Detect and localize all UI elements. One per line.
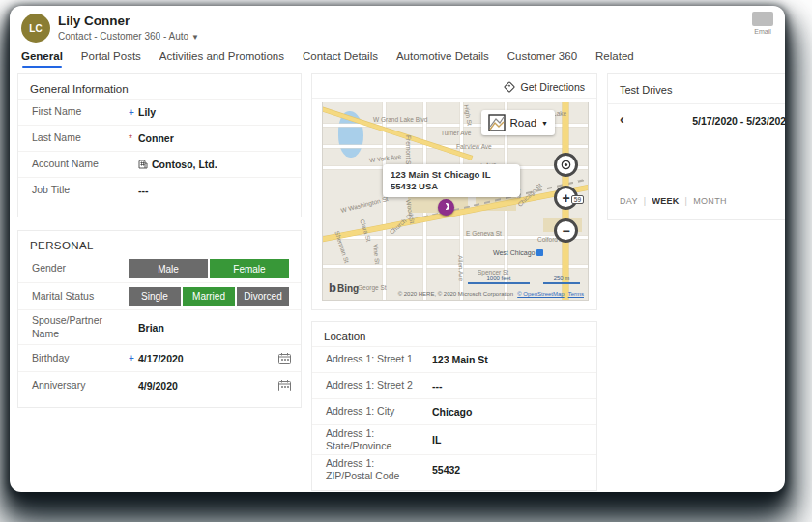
marital-option-single[interactable]: Single — [129, 287, 181, 306]
field-label: Spouse/Partner Name — [32, 314, 114, 339]
street-label: Allen Ave — [457, 255, 465, 281]
field-value[interactable]: Lily — [138, 106, 156, 118]
tab-bar: General Portal Posts Activities and Prom… — [21, 50, 634, 68]
calendar-icon[interactable] — [278, 353, 291, 364]
chevron-down-icon: ▼ — [191, 33, 199, 42]
map-card: Get Directions W Grand Lake Blvd E Gra — [311, 73, 597, 310]
calendar-icon[interactable] — [278, 380, 291, 392]
map-style-label: Road — [510, 117, 537, 129]
tab-related[interactable]: Related — [595, 50, 634, 68]
get-directions-button[interactable]: Get Directions — [504, 81, 585, 93]
record-form-selector[interactable]: Contact - Customer 360 - Auto▼ — [58, 31, 199, 42]
field-label: Address 1: City — [326, 405, 422, 418]
field-value[interactable]: --- — [432, 380, 443, 392]
zoom-out-button[interactable]: − — [554, 218, 578, 243]
field-last-name: Last Name * Conner — [18, 125, 301, 151]
bing-logo[interactable]: bBing — [329, 280, 359, 295]
field-street1: Address 1: Street 1 123 Main St — [312, 346, 596, 372]
street-label: High St — [463, 104, 474, 126]
field-label: Anniversary — [32, 379, 129, 392]
tab-automotive-details[interactable]: Automotive Details — [396, 50, 489, 68]
field-value: Contoso, Ltd. — [152, 159, 218, 170]
map-style-icon — [488, 114, 506, 131]
street-label: W Washington St — [340, 195, 389, 214]
field-value[interactable]: 55432 — [432, 464, 460, 476]
test-drives-card: Test Drives ‹ 5/17/2020 - 5/23/2020 DAY|… — [607, 73, 785, 220]
account-link[interactable]: Contoso, Ltd. — [138, 159, 218, 170]
section-title: Location — [312, 322, 596, 346]
chevron-down-icon: ▼ — [541, 120, 548, 127]
bing-map[interactable]: W Grand Lake Blvd E Grand Lake Turner Av… — [322, 102, 589, 301]
field-value[interactable]: 4/9/2020 — [138, 380, 178, 392]
street-label: George St — [358, 284, 387, 291]
gender-toggle: Male Female — [129, 259, 289, 278]
marital-status-toggle: Single Married Divorced — [129, 287, 289, 306]
required-mark: * — [129, 133, 138, 144]
field-value[interactable]: Brian — [138, 322, 164, 334]
app-window: LC Lily Conner Contact - Customer 360 - … — [10, 6, 785, 492]
recommended-mark: + — [129, 353, 138, 363]
field-zip: Address 1: ZIP/Postal Code 55432 — [312, 454, 596, 484]
map-road — [323, 145, 588, 148]
terms-link[interactable]: Terms — [568, 291, 584, 297]
map-pin — [438, 199, 454, 216]
field-label: Address 1: Street 1 — [326, 353, 422, 365]
locate-me-button[interactable] — [554, 153, 578, 177]
map-style-dropdown[interactable]: Road ▼ — [481, 110, 555, 135]
field-label: Account Name — [32, 158, 129, 170]
personal-card: PERSONAL Gender Male Female Marital Stat… — [17, 230, 302, 408]
osm-link[interactable]: © OpenStreetMap — [517, 291, 564, 297]
field-marital-status: Marital Status Single Married Divorced — [18, 282, 301, 309]
field-label: Marital Status — [32, 290, 129, 303]
street-label: Turner Ave — [441, 130, 471, 136]
field-birthday: Birthday + 4/17/2020 — [18, 344, 301, 371]
street-label: Vine St — [372, 244, 381, 264]
tab-portal-posts[interactable]: Portal Posts — [81, 50, 141, 68]
field-city: Address 1: City Chicago — [312, 398, 596, 424]
field-spouse: Spouse/Partner Name Brian — [18, 309, 301, 344]
view-week[interactable]: WEEK — [652, 196, 679, 206]
email-icon — [752, 12, 773, 26]
gender-option-female[interactable]: Female — [210, 259, 289, 278]
street-label: W Grand Lake Blvd — [373, 116, 427, 123]
field-label: Job Title — [32, 184, 129, 196]
map-tooltip: 123 Main St Chicago IL 55432 USA — [383, 164, 520, 197]
field-street2: Address 1: Street 2 --- — [312, 372, 596, 398]
street-label: E Geneva St — [466, 230, 502, 237]
field-state: Address 1: State/Province IL — [312, 424, 596, 454]
avatar: LC — [21, 14, 50, 43]
marital-option-divorced[interactable]: Divorced — [237, 287, 289, 306]
directions-icon — [504, 81, 515, 93]
view-day[interactable]: DAY — [620, 196, 638, 206]
station-label: West Chicago — [493, 249, 543, 256]
field-value[interactable]: Chicago — [432, 406, 472, 418]
street-label: Fremont St — [405, 135, 412, 166]
map-attribution: © 2020 HERE, © 2020 Microsoft Corporatio… — [398, 291, 584, 297]
view-month[interactable]: MONTH — [693, 196, 727, 206]
building-icon — [138, 160, 148, 169]
tab-contact-details[interactable]: Contact Details — [303, 50, 378, 68]
general-information-card: General Information First Name + Lily La… — [17, 73, 302, 218]
marital-option-married[interactable]: Married — [183, 287, 235, 306]
page-title: Lily Conner — [58, 14, 130, 28]
field-value[interactable]: IL — [432, 434, 441, 446]
email-widget[interactable]: Email — [746, 12, 779, 35]
tab-customer-360[interactable]: Customer 360 — [508, 50, 577, 68]
email-label: Email — [746, 28, 779, 35]
section-title: Test Drives — [608, 74, 785, 104]
field-first-name: First Name + Lily — [18, 99, 301, 125]
location-card: Location Address 1: Street 1 123 Main St… — [311, 321, 597, 491]
gender-option-male[interactable]: Male — [129, 259, 208, 278]
field-value[interactable]: Conner — [138, 132, 174, 144]
field-account-name: Account Name Contoso, Ltd. — [18, 151, 301, 177]
get-directions-label: Get Directions — [520, 81, 585, 93]
section-title: General Information — [18, 74, 301, 99]
field-label: Address 1: Street 2 — [326, 379, 422, 392]
field-value[interactable]: --- — [138, 185, 149, 196]
field-value[interactable]: 4/17/2020 — [138, 353, 184, 364]
recommended-mark: + — [129, 107, 138, 118]
tab-activities-and-promotions[interactable]: Activities and Promotions — [160, 50, 284, 68]
field-value[interactable]: 123 Main St — [432, 354, 488, 365]
tab-general[interactable]: General — [21, 50, 63, 68]
field-gender: Gender Male Female — [18, 255, 301, 282]
